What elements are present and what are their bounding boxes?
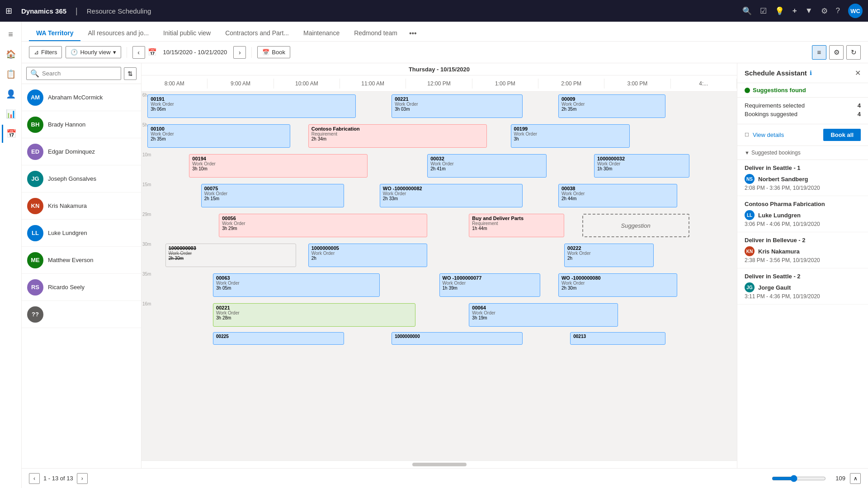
hourly-view-button[interactable]: 🕐 Hourly view ▾ [66, 46, 121, 58]
sort-button[interactable]: ⇅ [124, 67, 137, 80]
filter-icon[interactable]: ▼ [805, 6, 813, 15]
resource-item-7[interactable]: RS Ricardo Seely [22, 274, 141, 301]
booking-00064[interactable]: 00064 Work Order 3h 19m [469, 303, 618, 327]
sidebar-menu-icon[interactable]: ≡ [2, 25, 20, 43]
tab-all-resources[interactable]: All resources and jo... [80, 26, 156, 41]
timeline-scrollbar[interactable] [142, 460, 737, 468]
booking-wo1000000077[interactable]: WO -1000000077 Work Order 1h 39m [439, 273, 541, 297]
view-details-link[interactable]: View details [753, 131, 784, 138]
resource-avatar-4: KN [27, 198, 43, 214]
user-avatar[interactable]: WC [848, 4, 863, 18]
sidebar-items-icon[interactable]: 📋 [2, 65, 20, 83]
zoom-slider[interactable] [772, 475, 826, 482]
next-page-button[interactable]: › [77, 473, 88, 484]
resource-item-8[interactable]: ?? [22, 301, 141, 328]
resource-item-5[interactable]: LL Luke Lundgren [22, 220, 141, 247]
filters-button[interactable]: ⊿ Filters [29, 46, 62, 58]
tabs-more-button[interactable]: ••• [405, 26, 421, 41]
booking-wo1000000080[interactable]: WO -1000000080 Work Order 2h 30m [558, 273, 677, 297]
booking-buy-deliver-parts[interactable]: Buy and Deliver Parts Requirement 1h 44m [469, 214, 564, 237]
booking-00063[interactable]: 00063 Work Order 3h 05m [213, 273, 380, 297]
resource-item-1[interactable]: BH Brady Hannon [22, 111, 141, 138]
booking-00222[interactable]: 00222 Work Order 2h [564, 244, 654, 267]
booking-1000000005[interactable]: 1000000005 Work Order 2h [308, 244, 427, 267]
next-date-button[interactable]: › [233, 46, 246, 59]
prev-page-button[interactable]: ‹ [29, 473, 40, 484]
prev-date-button[interactable]: ‹ [132, 46, 145, 59]
suggestion-time-2: 2:38 PM - 3:56 PM, 10/19/2020 [745, 257, 861, 263]
resource-item-4[interactable]: KN Kris Nakamura [22, 192, 141, 220]
checklist-icon[interactable]: ☑ [760, 6, 767, 16]
settings-view-button[interactable]: ⚙ [829, 45, 844, 60]
search-input[interactable] [42, 70, 117, 77]
booking-00221-r7[interactable]: 00221 Work Order 3h 28m [213, 303, 415, 327]
assistant-info-icon[interactable]: ℹ [810, 70, 812, 76]
assistant-close-button[interactable]: ✕ [855, 69, 861, 77]
timeline-container: Thursday - 10/15/2020 8:00 AM 9:00 AM 10… [142, 63, 737, 468]
tab-redmond[interactable]: Redmond team [347, 26, 405, 41]
suggestion-item-0[interactable]: Deliver in Seattle - 1 NS Norbert Sandbe… [737, 160, 868, 196]
booking-00194[interactable]: 00194 Work Order 3h 10m [189, 154, 368, 178]
booking-00075[interactable]: 00075 Work Order 2h 15m [201, 184, 344, 207]
booking-contoso-fabrication[interactable]: Contoso Fabrication Requirement 2h 34m [308, 124, 487, 148]
book-all-button[interactable]: Book all [823, 129, 861, 141]
tab-initial-public-view[interactable]: Initial public view [156, 26, 218, 41]
booking-00191[interactable]: 00191 Work Order 3h 06m [147, 94, 356, 118]
tabs-bar: WA Territory All resources and jo... Ini… [22, 22, 868, 42]
booking-00038[interactable]: 00038 Work Order 2h 44m [558, 184, 677, 207]
booking-00225[interactable]: 00225 [213, 332, 344, 345]
resource-item-6[interactable]: ME Matthew Everson [22, 247, 141, 274]
app-grid-icon[interactable]: ⊞ [5, 6, 12, 16]
help-icon[interactable]: ? [836, 6, 840, 15]
booking-1000000000[interactable]: 1000000000 [392, 332, 523, 345]
booking-00056[interactable]: 00056 Work Order 3h 29m [219, 214, 427, 237]
booking-00009[interactable]: 00009 Work Order 2h 35m [558, 94, 665, 118]
resource-avatar-8: ?? [27, 306, 43, 323]
resource-item-3[interactable]: JG Joseph Gonsalves [22, 165, 141, 192]
suggestion-item-3[interactable]: Deliver in Seattle - 2 JG Jorge Gault 3:… [737, 268, 868, 305]
suggestion-item-2[interactable]: Deliver in Bellevue - 2 KN Kris Nakamura… [737, 232, 868, 268]
booking-00100[interactable]: 00100 Work Order 2h 35m [147, 124, 290, 148]
refresh-button[interactable]: ↻ [846, 45, 861, 60]
top-nav: ⊞ Dynamics 365 | Resource Scheduling 🔍 ☑… [0, 0, 868, 22]
list-view-button[interactable]: ≡ [812, 45, 826, 60]
sidebar-chart-icon[interactable]: 📊 [2, 105, 20, 123]
booking-00199[interactable]: 00199 Work Order 3h [511, 124, 630, 148]
suggestion-person-3: JG Jorge Gault [745, 282, 861, 292]
sidebar-home-icon[interactable]: 🏠 [2, 45, 20, 63]
search-nav-icon[interactable]: 🔍 [742, 6, 752, 16]
resource-item-2[interactable]: ED Edgar Dominquez [22, 138, 141, 165]
collapse-button[interactable]: ∧ [850, 473, 861, 484]
lightbulb-icon[interactable]: 💡 [775, 6, 784, 16]
bottom-bar: ‹ 1 - 13 of 13 › 109 ∧ [22, 468, 868, 488]
booking-1000000003[interactable]: 1000000003 Work Order 2h 30m [165, 244, 297, 267]
sidebar-calendar-icon[interactable]: 📅 [2, 125, 20, 143]
resource-name-3: Joseph Gonsalves [48, 175, 96, 182]
suggestion-time-0: 2:08 PM - 3:36 PM, 10/19/2020 [745, 185, 861, 191]
suggestion-person-0: NS Norbert Sandberg [745, 174, 861, 184]
settings-icon[interactable]: ⚙ [821, 6, 828, 16]
sidebar-users-icon[interactable]: 👤 [2, 85, 20, 103]
scrollbar-thumb[interactable] [412, 463, 467, 466]
booking-00213[interactable]: 00213 [570, 332, 665, 345]
assistant-status: Suggestions found [737, 83, 868, 98]
booking-00221-r0[interactable]: 00221 Work Order 3h 03m [392, 94, 523, 118]
person-name-2: Kris Nakamura [758, 248, 800, 255]
resource-item-0[interactable]: AM Abraham McCormick [22, 84, 141, 111]
time-slot-9am: 9:00 AM [208, 79, 274, 89]
resource-name-7: Ricardo Seely [48, 284, 85, 291]
suggestion-item-1[interactable]: Contoso Pharma Fabrication LL Luke Lundg… [737, 196, 868, 232]
tab-maintenance[interactable]: Maintenance [296, 26, 347, 41]
chevron-down-icon: ▾ [113, 49, 116, 56]
tab-wa-territory[interactable]: WA Territory [29, 26, 80, 41]
book-button[interactable]: 📅 Book [257, 46, 290, 58]
search-box[interactable]: 🔍 [26, 67, 121, 80]
add-icon[interactable]: + [793, 6, 797, 15]
tab-contractors[interactable]: Contractors and Part... [218, 26, 296, 41]
booking-suggestion[interactable]: Suggestion [582, 214, 689, 237]
timeline-row-3: 15m 00075 Work Order 2h 15m WO -10000000… [142, 181, 737, 211]
row-0-cells: 6h 00191 Work Order 3h 06m 00221 Work Or… [142, 92, 737, 122]
booking-1000000032[interactable]: 1000000032 Work Order 1h 30m [594, 154, 689, 178]
booking-wo1000000082[interactable]: WO -1000000082 Work Order 2h 33m [380, 184, 523, 207]
booking-00032[interactable]: 00032 Work Order 2h 41m [427, 154, 546, 178]
